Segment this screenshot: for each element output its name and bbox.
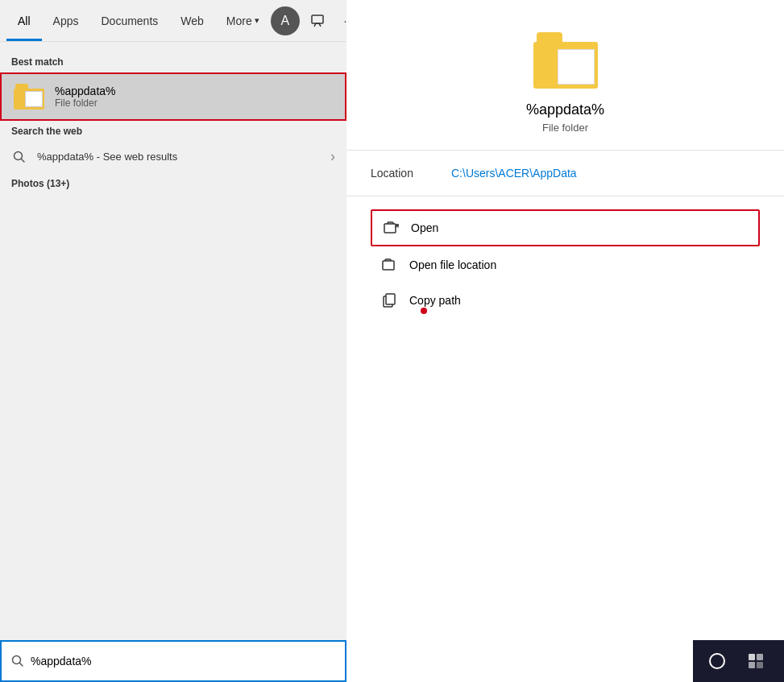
search-bar [0,640,346,682]
taskbar-file-explorer[interactable] [777,643,784,679]
detail-panel: %appdata% File folder Location C:\Users\… [346,0,784,682]
svg-rect-0 [312,15,323,23]
svg-rect-10 [757,654,763,660]
detail-folder-icon [533,32,598,89]
search-bar-icon [11,655,24,668]
svg-rect-9 [749,654,755,660]
search-web-label: Search the web [0,121,346,142]
detail-type: File folder [542,122,588,134]
svg-rect-8 [386,294,395,304]
svg-line-4 [20,663,23,667]
search-input[interactable] [31,655,335,668]
web-search-arrow: › [330,148,335,165]
web-search-text: %appdata% - See web results [37,151,330,163]
best-match-item[interactable]: %appdata% File folder [0,72,346,121]
task-view-icon [747,652,765,670]
tab-more[interactable]: More ▾ [215,0,271,41]
results-area: Best match %appdata% File folder Search … [0,42,346,640]
actions-area: Open Open file location Copy path [346,196,784,330]
avatar-button[interactable]: A [271,6,300,35]
red-dot-indicator [421,308,427,314]
open-button[interactable]: Open [371,209,760,246]
tab-list: All Apps Documents Web More ▾ [6,0,271,41]
location-row: Location C:\Users\ACER\AppData [371,167,760,180]
copy-path-label: Copy path [409,294,461,307]
open-file-location-label: Open file location [409,258,496,271]
tab-documents[interactable]: Documents [89,0,169,41]
search-panel: All Apps Documents Web More ▾ A ··· ✕ [0,0,346,682]
folder-icon [13,81,45,113]
detail-body: Location C:\Users\ACER\AppData [346,151,784,196]
best-match-name: %appdata% [55,85,116,97]
svg-rect-5 [384,224,396,233]
open-file-location-icon [380,256,398,274]
search-icon [11,149,27,165]
windows-icon [709,653,725,669]
detail-spacer [346,330,784,682]
tab-web[interactable]: Web [169,0,215,41]
best-match-type: File folder [55,97,116,109]
photos-section: Photos (13+) [0,172,346,196]
svg-line-2 [22,159,25,162]
tab-all[interactable]: All [6,0,42,41]
detail-name: %appdata% [526,101,604,118]
taskbar-start[interactable] [699,643,735,679]
location-label: Location [371,167,435,180]
open-icon [382,219,400,237]
tab-bar: All Apps Documents Web More ▾ A ··· ✕ [0,0,346,42]
location-path[interactable]: C:\Users\ACER\AppData [451,167,577,180]
open-file-location-button[interactable]: Open file location [371,248,760,282]
svg-rect-12 [757,662,763,668]
tab-apps[interactable]: Apps [42,0,90,41]
copy-path-button[interactable]: Copy path [371,283,760,317]
best-match-label: Best match [0,52,346,72]
web-search-item[interactable]: %appdata% - See web results › [0,142,346,172]
photos-label: Photos (13+) [11,178,69,189]
best-match-text: %appdata% File folder [55,85,116,109]
open-label: Open [411,221,438,234]
taskbar-task-view[interactable] [738,643,774,679]
taskbar [693,640,784,682]
copy-path-icon [380,291,398,309]
feedback-button[interactable] [303,6,332,35]
detail-top: %appdata% File folder [346,0,784,151]
svg-rect-6 [383,261,394,270]
svg-rect-11 [749,662,755,668]
